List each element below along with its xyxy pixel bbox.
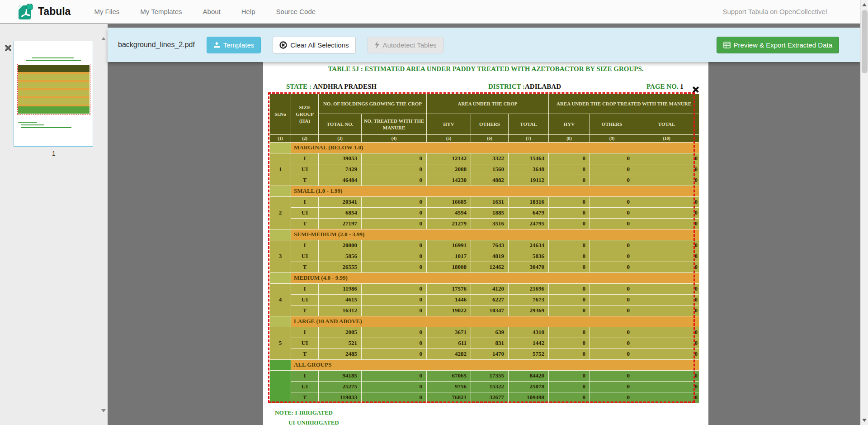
- nav-item-source-code[interactable]: Source Code: [276, 8, 316, 15]
- nav-item-my-templates[interactable]: My Templates: [140, 8, 182, 15]
- table-grid-icon: [723, 42, 731, 48]
- document-note-line-1: NOTE: I-IRRIGATED: [275, 409, 333, 416]
- nav-item-my-files[interactable]: My Files: [94, 8, 119, 15]
- lightning-icon: [374, 41, 380, 48]
- table-selection-box[interactable]: [268, 92, 695, 403]
- autodetect-tables-button[interactable]: Autodetect Tables: [368, 37, 443, 53]
- district-label: DISTRICT :: [488, 83, 525, 90]
- state-label: STATE :: [286, 83, 311, 90]
- templates-button[interactable]: Templates: [207, 37, 261, 53]
- document-title: TABLE 5J : ESTIMATED AREA UNDER PADDY TR…: [263, 65, 708, 73]
- document-note-line-2: UI-UNIRRIGATED: [288, 419, 339, 425]
- top-navbar: Tabula My Files My Templates About Help …: [0, 0, 868, 24]
- state-field: STATE : ANDHRA PRADESH: [286, 83, 377, 91]
- thumb-note-line: [18, 122, 37, 123]
- scrollbar-thumb[interactable]: [862, 10, 868, 73]
- tabula-logo-icon: [18, 4, 33, 20]
- preview-export-button[interactable]: Preview & Export Extracted Data: [717, 37, 839, 53]
- support-link[interactable]: Support Tabula on OpenCollective!: [722, 8, 827, 15]
- pdf-filename: background_lines_2.pdf: [118, 41, 195, 49]
- templates-icon: [213, 42, 220, 48]
- clear-all-selections-button[interactable]: Clear All Selections: [273, 37, 355, 53]
- document-toolbar: background_lines_2.pdf Templates Clear A…: [108, 28, 860, 62]
- state-value: ANDHRA PRADESH: [313, 83, 376, 90]
- templates-label: Templates: [223, 41, 254, 49]
- page-number-value: 1: [680, 83, 684, 90]
- thumb-title-line: [26, 60, 81, 61]
- thumb-table: [18, 65, 90, 114]
- window-scrollbar[interactable]: [860, 0, 868, 425]
- district-value: ADILABAD: [525, 83, 561, 90]
- remove-page-icon[interactable]: [4, 44, 12, 52]
- selection-close-icon[interactable]: [693, 86, 699, 92]
- scroll-down-icon[interactable]: [862, 419, 867, 422]
- nav-links: My Files My Templates About Help Source …: [94, 8, 316, 15]
- thumb-note-line: [21, 124, 44, 125]
- district-field: DISTRICT :ADILABAD: [488, 83, 561, 91]
- clear-selections-label: Clear All Selections: [290, 41, 349, 49]
- page-thumbnail[interactable]: [14, 41, 93, 147]
- page-number-label: PAGE NO.: [646, 83, 679, 90]
- sidebar-scroll-down-icon[interactable]: [101, 412, 106, 420]
- thumbnail-page-number: 1: [0, 150, 108, 157]
- autodetect-label: Autodetect Tables: [383, 41, 437, 49]
- nav-item-about[interactable]: About: [203, 8, 221, 15]
- nav-item-help[interactable]: Help: [241, 8, 255, 15]
- page-number-field: PAGE NO. 1: [646, 83, 684, 91]
- page-thumbnail-sidebar: 1: [0, 24, 108, 425]
- thumb-title-line: [32, 57, 74, 58]
- preview-export-label: Preview & Export Extracted Data: [734, 41, 832, 49]
- sidebar-scroll-up-icon[interactable]: [101, 29, 106, 38]
- data-table-wrapper: Sl.No SIZE GROUP (HA) NO. OF HOLDINGS GR…: [269, 94, 699, 403]
- thumb-selection-border: [17, 64, 90, 115]
- tabula-brand[interactable]: Tabula: [18, 4, 71, 20]
- pdf-viewport: TABLE 5J : ESTIMATED AREA UNDER PADDY TR…: [108, 62, 860, 425]
- brand-name[interactable]: Tabula: [38, 5, 71, 18]
- scroll-up-icon[interactable]: [862, 3, 867, 6]
- pdf-page[interactable]: TABLE 5J : ESTIMATED AREA UNDER PADDY TR…: [263, 62, 708, 425]
- clear-selections-icon: [279, 41, 287, 49]
- thumb-note-line: [21, 127, 71, 128]
